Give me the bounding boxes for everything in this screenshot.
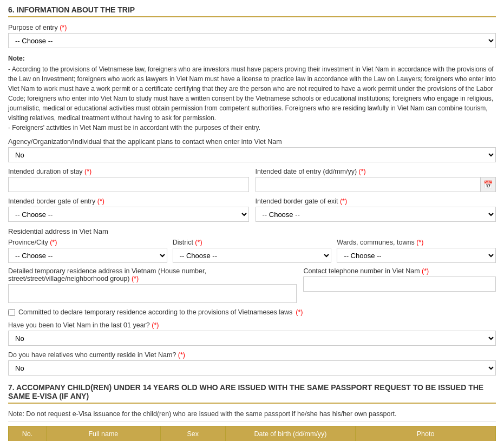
relatives-wrapper: No: [8, 360, 496, 376]
district-select[interactable]: -- Choose --: [173, 248, 332, 263]
province-col: Province/City (*) -- Choose --: [8, 239, 167, 263]
purpose-of-entry-group: Purpose of entry (*) -- Choose --: [8, 24, 496, 48]
detail-address-col: Detailed temporary residence address in …: [8, 267, 297, 303]
agency-group: Agency/Organization/Individual that the …: [8, 138, 496, 162]
exit-gate-select[interactable]: -- Choose --: [256, 207, 496, 222]
section7-title: 7. ACCOMPANY CHILD(REN) UNDER 14 YEARS O…: [8, 383, 483, 400]
note-box: Note: - According to the provisions of V…: [8, 54, 496, 133]
wards-label: Wards, communes, towns (*): [337, 239, 496, 246]
province-district-ward-row: Province/City (*) -- Choose -- District …: [8, 239, 496, 263]
note-line-1: - According to the provisions of Vietnam…: [8, 65, 496, 122]
col-fullname: Full name: [47, 426, 161, 442]
calendar-icon[interactable]: 📅: [481, 177, 496, 192]
been-to-vietnam-label: Have you been to Viet Nam in the last 01…: [8, 321, 496, 329]
note-line-2: - Foreigners' activities in Viet Nam mus…: [8, 124, 260, 131]
col-no: No.: [9, 426, 47, 442]
purpose-select[interactable]: -- Choose --: [8, 33, 496, 48]
residential-section: Residential address in Viet Nam Province…: [8, 227, 496, 303]
section7: 7. ACCOMPANY CHILD(REN) UNDER 14 YEARS O…: [8, 383, 496, 441]
note-title: Note:: [8, 54, 496, 63]
detail-address-input[interactable]: [8, 284, 297, 303]
duration-col: Intended duration of stay (*): [8, 168, 249, 192]
children-table: No. Full name Sex Date of birth (dd/mm/y…: [8, 426, 496, 441]
section6-header: 6. INFORMATION ABOUT THE TRIP: [8, 5, 496, 17]
exit-gate-col: Intended border gate of exit (*) -- Choo…: [256, 198, 496, 222]
col-sex: Sex: [160, 426, 225, 442]
date-col: Intended date of entry (dd/mm/yy) (*) 📅: [256, 168, 496, 192]
date-input[interactable]: [256, 177, 481, 192]
contact-phone-label: Contact telephone number in Viet Nam (*): [303, 267, 496, 275]
section6-title: 6. INFORMATION ABOUT THE TRIP: [8, 5, 135, 14]
duration-date-row: Intended duration of stay (*) Intended d…: [8, 168, 496, 192]
been-to-vietnam-select[interactable]: No: [8, 331, 496, 346]
residence-checkbox[interactable]: [8, 309, 15, 316]
province-select[interactable]: -- Choose --: [8, 248, 167, 263]
checkbox-required: (*): [296, 308, 303, 316]
agency-label: Agency/Organization/Individual that the …: [8, 138, 496, 146]
wards-select[interactable]: -- Choose --: [337, 248, 496, 263]
section7-note: Note: Do not request e-Visa issuance for…: [8, 410, 496, 422]
agency-select-wrapper: No: [8, 147, 496, 162]
entry-gate-select[interactable]: -- Choose --: [8, 207, 249, 222]
purpose-label: Purpose of entry (*): [8, 24, 496, 31]
entry-gate-col: Intended border gate of entry (*) -- Cho…: [8, 198, 249, 222]
province-label: Province/City (*): [8, 239, 167, 246]
relatives-label: Do you have relatives who currently resi…: [8, 351, 496, 359]
duration-input[interactable]: [8, 177, 249, 192]
section7-header: 7. ACCOMPANY CHILD(REN) UNDER 14 YEARS O…: [8, 383, 496, 404]
detail-contact-row: Detailed temporary residence address in …: [8, 267, 496, 303]
been-to-vietnam-group: Have you been to Viet Nam in the last 01…: [8, 321, 496, 346]
residential-title: Residential address in Viet Nam: [8, 227, 496, 235]
district-col: District (*) -- Choose --: [173, 239, 332, 263]
date-input-wrapper: 📅: [256, 177, 496, 192]
checkbox-label: Committed to declare temporary residence…: [18, 308, 292, 316]
checkbox-row: Committed to declare temporary residence…: [8, 308, 496, 316]
wards-col: Wards, communes, towns (*) -- Choose --: [337, 239, 496, 263]
exit-gate-label: Intended border gate of exit (*): [256, 198, 496, 205]
contact-phone-input[interactable]: [303, 277, 496, 292]
relatives-group: Do you have relatives who currently resi…: [8, 351, 496, 376]
detail-address-label: Detailed temporary residence address in …: [8, 267, 297, 282]
agency-select[interactable]: No: [8, 147, 496, 162]
col-photo: Photo: [356, 426, 496, 442]
relatives-select[interactable]: No: [8, 360, 496, 376]
border-gate-row: Intended border gate of entry (*) -- Cho…: [8, 198, 496, 222]
contact-phone-col: Contact telephone number in Viet Nam (*): [303, 267, 496, 303]
been-to-vietnam-wrapper: No: [8, 331, 496, 346]
entry-gate-label: Intended border gate of entry (*): [8, 198, 249, 205]
district-label: District (*): [173, 239, 332, 246]
col-dob: Date of birth (dd/mm/yy): [225, 426, 355, 442]
date-label: Intended date of entry (dd/mm/yy) (*): [256, 168, 496, 175]
duration-label: Intended duration of stay (*): [8, 168, 249, 175]
purpose-required: (*): [60, 24, 67, 31]
